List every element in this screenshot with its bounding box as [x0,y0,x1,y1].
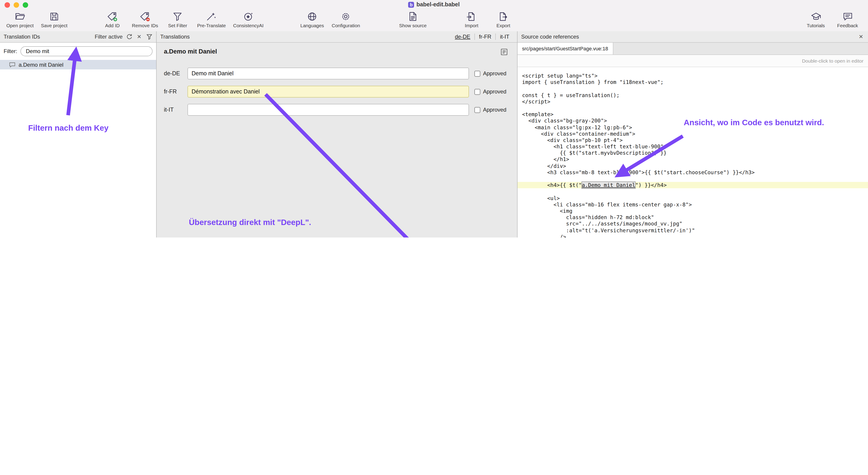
toolbar-label: Set Filter [168,23,187,28]
approved-checkbox-de-DE[interactable] [474,71,480,76]
toolbar-label: ConsistencyAI [233,23,264,28]
globe-icon [307,11,317,22]
export-icon [498,11,509,22]
toolbar-label: Remove IDs [132,23,158,28]
toolbar-languages[interactable]: Languages [296,10,328,29]
row-language-label: it-IT [164,107,187,113]
import-icon [466,11,477,22]
code-line [518,176,868,182]
close-panel-icon[interactable]: ✕ [858,33,864,40]
language-tab-fr-FR[interactable]: fr-FR [474,34,496,40]
approved-checkbox-fr-FR[interactable] [474,89,480,95]
translation-row-fr-FR: fr-FR Approved [164,82,508,101]
code-line: <h4>{{ $t("a.Demo mit Daniel") }}</h4> [518,182,868,188]
toolbar-label: Show source [399,23,427,28]
window-title-text: babel-edit.babel [416,1,460,8]
toolbar-set-filter[interactable]: Set Filter [162,10,194,29]
language-tabs: de-DE fr-FR it-IT [451,34,514,40]
row-language-label: fr-FR [164,89,187,95]
toolbar-label: Languages [300,23,324,28]
toolbar-pre-translate[interactable]: Pre-Translate [194,10,229,29]
filter-funnel-icon[interactable] [146,33,153,40]
toolbar-label: Import [465,23,478,28]
code-line: :alt="t('a.Versicherungsvermittler/-in')… [518,227,868,233]
translations-header: Translations de-DE fr-FR it-IT [157,31,517,43]
code-line: <h3 class="mb-8 text-blue-900">{{ $t("st… [518,169,868,176]
filter-input[interactable] [21,46,153,56]
code-line [518,105,868,111]
feedback-icon [842,11,853,22]
toolbar-add-id[interactable]: Add ID [96,10,128,29]
toolbar-tutorials[interactable]: Tutorials [800,10,832,29]
code-line: <h1 class="text-left text-blue-900"> [518,143,868,150]
translation-row-de-DE: de-DE Approved [164,64,508,82]
code-line: {{ $t("start.myvbvDescription") }} [518,150,868,156]
toolbar-import[interactable]: Import [456,10,488,29]
toolbar-open-project[interactable]: Open project [3,10,37,29]
clear-filter-icon[interactable]: ✕ [136,33,143,40]
wand-icon [206,11,217,22]
source-file-tab[interactable]: src/pages/start/GuestStartPage.vue:18 [518,43,613,55]
translation-input-fr-FR[interactable] [187,86,469,98]
approved-group: Approved [474,107,506,113]
translation-ids-header: Translation IDs Filter active ✕ [0,31,156,43]
toolbar-show-source[interactable]: Show source [395,10,430,29]
tag-remove-icon [140,11,150,22]
approved-group: Approved [474,70,506,77]
titlebar: b babel-edit.babel [0,0,868,9]
translations-title: Translations [160,34,190,40]
approved-label: Approved [483,70,506,77]
toolbar-export[interactable]: Export [488,10,519,29]
window-title: b babel-edit.babel [0,1,868,8]
save-icon [49,11,59,22]
toolbar-configuration[interactable]: Configuration [328,10,364,29]
code-line: /> [518,233,868,238]
window-chrome: b babel-edit.babel Open project Save pro… [0,0,868,32]
entry-title-row: a.Demo mit Daniel [164,48,508,64]
comment-note-icon[interactable] [500,48,508,58]
toolbar-feedback[interactable]: Feedback [832,10,864,29]
code-line: <div class="pb-10 pt-4"> [518,137,868,143]
filter-row: Filter: [0,43,156,59]
source-code-icon [408,11,418,22]
language-tab-it-IT[interactable]: it-IT [496,34,514,40]
code-lines[interactable]: <script setup lang="ts">import { useTran… [518,67,868,238]
gear-icon [341,11,351,22]
toolbar-remove-ids[interactable]: Remove IDs [128,10,162,29]
translation-id-item[interactable]: a.Demo mit Daniel [0,60,156,69]
toolbar-label: Configuration [332,23,360,28]
source-references-header: Source code references ✕ [518,31,868,43]
babeledit-window: b babel-edit.babel Open project Save pro… [0,0,868,238]
code-line: <script setup lang="ts"> [518,73,868,79]
tutorials-icon [811,11,821,22]
code-line: src="../../assets/images/mood_vv.jpg" [518,221,868,227]
toolbar-consistency-ai[interactable]: ConsistencyAI [229,10,267,29]
source-references-title: Source code references [521,34,579,40]
code-line: <template> [518,111,868,117]
approved-checkbox-it-IT[interactable] [474,107,480,113]
toolbar-label: Open project [6,23,34,28]
code-line: </h1> [518,156,868,163]
speech-bubble-icon [9,62,16,68]
toolbar-label: Save project [41,23,67,28]
code-line: </script> [518,98,868,105]
translation-key-token[interactable]: a.Demo mit Daniel [582,182,635,188]
app-icon: b [408,2,414,7]
translation-ids-panel: Translation IDs Filter active ✕ Filter: … [0,31,157,238]
filter-icon [173,11,183,22]
toolbar: Open project Save project Add ID Remove … [0,9,868,32]
toolbar-save-project[interactable]: Save project [37,10,71,29]
code-line [518,189,868,195]
toolbar-label: Feedback [837,23,858,28]
code-line: <li class="mb-16 flex items-center gap-x… [518,201,868,208]
refresh-icon[interactable] [126,33,132,40]
translation-id-label: a.Demo mit Daniel [19,62,63,68]
translation-input-de-DE[interactable] [187,68,469,79]
editor-hint-bar: Double-click to open in editor [518,55,868,67]
filter-active-label: Filter active [95,34,123,40]
language-tab-de-DE[interactable]: de-DE [451,34,474,40]
translation-input-it-IT[interactable] [187,104,469,116]
toolbar-label: Tutorials [807,23,825,28]
code-line: <ul> [518,195,868,201]
approved-label: Approved [483,107,506,113]
